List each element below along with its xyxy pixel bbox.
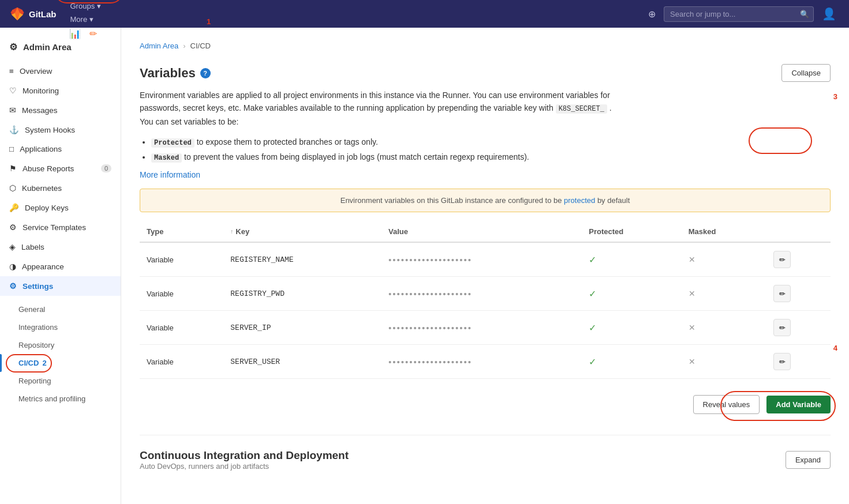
protected-link[interactable]: protected — [564, 196, 595, 205]
nav-logo[interactable]: GitLab — [9, 6, 57, 22]
col-masked: Masked — [682, 221, 766, 242]
cell-value: •••••••••••••••••••• — [382, 277, 582, 311]
cell-key: SERVER_USER — [223, 345, 382, 379]
cell-value: •••••••••••••••••••• — [382, 311, 582, 345]
sidebar-item-labels[interactable]: ◈ Labels — [0, 237, 121, 257]
cicd-section-header: Continuous Integration and Deployment Au… — [140, 449, 831, 471]
sidebar-item-appearance[interactable]: ◑ Appearance — [0, 257, 121, 276]
abuse-reports-badge: 0 — [101, 164, 111, 172]
edit-button[interactable]: ✏ — [773, 353, 791, 370]
col-key: ↑ Key — [223, 221, 382, 242]
kubernetes-icon: ⬡ — [9, 183, 16, 193]
breadcrumb-admin[interactable]: Admin Area — [140, 42, 178, 50]
sort-icon: ↑ — [230, 228, 233, 235]
sidebar-sub-repository[interactable]: Repository — [0, 336, 121, 354]
nav-logo-text: GitLab — [29, 9, 57, 19]
top-nav: GitLab Projects ▾ Groups ▾ More ▾ 📊 ✏ ⊕ … — [0, 0, 849, 28]
service-templates-icon: ⚙ — [9, 223, 17, 232]
cicd-section-title-area: Continuous Integration and Deployment Au… — [140, 449, 349, 471]
cicd-wrapper: CI/CD 2 2 — [0, 354, 121, 372]
labels-icon: ◈ — [9, 242, 16, 251]
cicd-description: Auto DevOps, runners and job artifacts — [140, 462, 349, 471]
cell-masked: ✕ — [682, 311, 766, 345]
nav-stats-icon[interactable]: 📊 — [66, 26, 84, 42]
system-hooks-icon: ⚓ — [9, 125, 19, 134]
cell-value: •••••••••••••••••••• — [382, 345, 582, 379]
sidebar-sub-metrics[interactable]: Metrics and profiling — [0, 390, 121, 408]
collapse-button[interactable]: Collapse — [781, 64, 831, 82]
cell-value: •••••••••••••••••••• — [382, 242, 582, 277]
search-input[interactable] — [664, 6, 814, 22]
sidebar-item-abuse-reports[interactable]: ⚑ Abuse Reports 0 — [0, 159, 121, 178]
variables-section: Variables ? Collapse Environment variabl… — [140, 64, 831, 421]
deploy-keys-icon: 🔑 — [9, 203, 19, 212]
breadcrumb: Admin Area › CI/CD — [140, 42, 831, 50]
main-content: Admin Area › CI/CD Variables ? Collapse … — [121, 28, 849, 504]
variables-bullets: Protected to expose them to protected br… — [151, 135, 831, 164]
nav-plus-icon[interactable]: ⊕ — [645, 6, 659, 22]
sidebar-item-kubernetes[interactable]: ⬡ Kubernetes — [0, 178, 121, 198]
expand-button[interactable]: Expand — [786, 451, 831, 469]
col-value: Value — [382, 221, 582, 242]
main-layout: ⚙ Admin Area ≡ Overview ♡ Monitoring ✉ M… — [0, 28, 849, 504]
add-variable-button[interactable]: Add Variable — [766, 396, 831, 413]
sidebar-sub-integrations[interactable]: Integrations — [0, 318, 121, 336]
search-icon: 🔍 — [800, 10, 809, 18]
variables-description: Environment variables are applied to all… — [140, 89, 613, 128]
help-icon[interactable]: ? — [200, 68, 211, 78]
sidebar-item-monitoring[interactable]: ♡ Monitoring — [0, 81, 121, 100]
cell-edit: ✏ — [766, 277, 831, 311]
table-row: Variable SERVER_IP •••••••••••••••••••• … — [140, 311, 831, 345]
cell-protected: ✓ — [582, 242, 682, 277]
x-icon: ✕ — [689, 357, 695, 366]
sidebar-item-applications[interactable]: □ Applications — [0, 140, 121, 159]
messages-icon: ✉ — [9, 106, 16, 115]
edit-button[interactable]: ✏ — [773, 319, 791, 336]
check-icon: ✓ — [589, 323, 596, 333]
code-protected: Protected — [151, 138, 195, 148]
variables-header: Variables ? Collapse — [140, 64, 831, 82]
x-icon: ✕ — [689, 323, 695, 332]
sidebar-item-messages[interactable]: ✉ Messages — [0, 100, 121, 120]
sidebar-sub-cicd[interactable]: CI/CD 2 2 — [0, 354, 121, 372]
variables-table: Type ↑ Key Value Protected Masked — [140, 221, 831, 379]
bullet-masked: Masked to prevent the values from being … — [151, 150, 831, 165]
sidebar-item-deploy-keys[interactable]: 🔑 Deploy Keys — [0, 198, 121, 217]
cell-key: REGISTERY_NAME — [223, 242, 382, 277]
cell-type: Variable — [140, 277, 223, 311]
overview-icon: ≡ — [9, 67, 14, 76]
nav-pencil-icon[interactable]: ✏ — [86, 26, 100, 42]
cell-masked: ✕ — [682, 277, 766, 311]
edit-button[interactable]: ✏ — [773, 251, 791, 268]
nav-user-avatar[interactable]: 👤 — [818, 5, 840, 23]
sidebar-item-system-hooks[interactable]: ⚓ System Hooks — [0, 120, 121, 140]
sidebar-item-overview[interactable]: ≡ Overview — [0, 62, 121, 81]
cell-masked: ✕ — [682, 242, 766, 277]
sidebar-item-settings[interactable]: ⚙ Settings — [0, 276, 121, 296]
cell-masked: ✕ — [682, 345, 766, 379]
cell-protected: ✓ — [582, 311, 682, 345]
more-info-link[interactable]: More information — [140, 170, 200, 179]
breadcrumb-separator: › — [183, 42, 185, 50]
abuse-reports-icon: ⚑ — [9, 164, 17, 173]
code-masked: Masked — [151, 153, 182, 163]
sidebar-sub-reporting[interactable]: Reporting — [0, 372, 121, 390]
reveal-values-button[interactable]: Reveal values — [693, 395, 760, 414]
sidebar-sub-general[interactable]: General — [0, 300, 121, 318]
bullet-protected: Protected to expose them to protected br… — [151, 135, 831, 150]
cicd-section: Continuous Integration and Deployment Au… — [140, 435, 831, 471]
x-icon: ✕ — [689, 289, 695, 298]
nav-more[interactable]: More ▾ — [66, 13, 99, 26]
cell-type: Variable — [140, 345, 223, 379]
nav-groups[interactable]: Groups ▾ — [66, 0, 106, 13]
sidebar-item-service-templates[interactable]: ⚙ Service Templates — [0, 217, 121, 237]
check-icon: ✓ — [589, 289, 596, 299]
col-protected: Protected — [582, 221, 682, 242]
table-header: Type ↑ Key Value Protected Masked — [140, 221, 831, 242]
cell-protected: ✓ — [582, 277, 682, 311]
applications-icon: □ — [9, 145, 14, 153]
nav-icons-area: Projects ▾ Groups ▾ More ▾ 📊 ✏ — [66, 0, 109, 42]
edit-button[interactable]: ✏ — [773, 285, 791, 302]
cell-type: Variable — [140, 311, 223, 345]
col-type: Type — [140, 221, 223, 242]
